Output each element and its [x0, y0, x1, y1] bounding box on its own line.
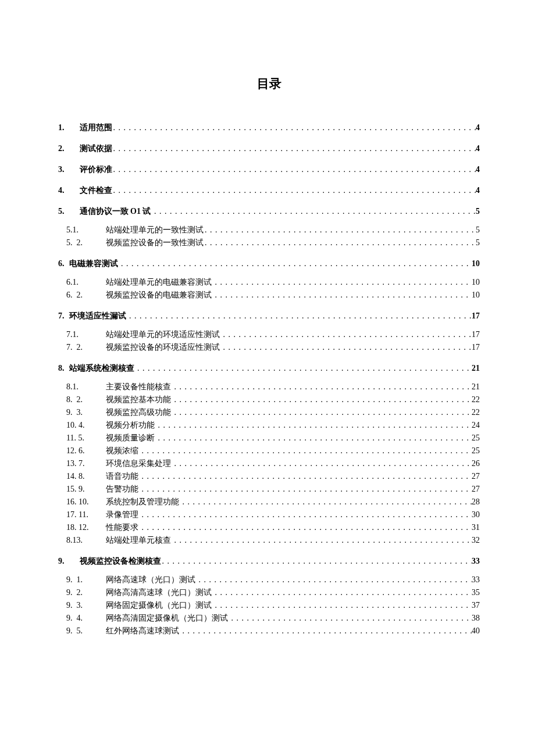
toc-text: 网络高清高速球（光口）测试	[106, 589, 214, 597]
toc-page-number: 4	[476, 145, 480, 153]
toc-leader	[157, 421, 472, 429]
toc-text: 网络固定摄像机（光口）测试	[106, 601, 214, 610]
toc-number: 8. 2.	[66, 396, 106, 404]
toc-text: 文件检查	[80, 187, 112, 195]
toc-leader	[120, 260, 472, 268]
toc-number: 12. 6.	[66, 447, 106, 455]
toc-page-number: 27	[472, 472, 480, 481]
toc-page-number: 21	[472, 364, 480, 372]
toc-leader	[181, 627, 472, 635]
toc-entry: 7. 2.视频监控设备的环境适应性测试 17	[58, 343, 480, 352]
toc-text: 通信协议一致 O1 试	[80, 207, 153, 216]
toc-leader	[112, 166, 476, 174]
toc-entry: 8.13.站端处理单元核查 32	[58, 536, 480, 544]
toc-number: 15. 9.	[66, 485, 106, 493]
toc-text: 性能要求	[106, 524, 141, 532]
toc-page-number: 10	[472, 260, 480, 268]
toc-page-number: 25	[472, 447, 480, 455]
toc-entry: 11. 5.视频质量诊断 25	[58, 434, 480, 442]
toc-leader	[173, 409, 472, 417]
toc-text: 环境适应性漏试	[69, 312, 129, 320]
toc-entry: 10. 4.视频分析功能 24	[58, 421, 480, 429]
toc-leader	[112, 124, 476, 132]
toc-entry: 7.环境适应性漏试 17	[58, 312, 480, 320]
toc-number: 2.	[58, 145, 80, 153]
toc-page-number: 17	[472, 312, 480, 320]
toc-text: 站端处理单元核查	[106, 536, 173, 544]
toc-text: 电磁兼容测试	[69, 260, 120, 268]
toc-text: 告警功能	[106, 485, 141, 493]
toc-page-number: 30	[472, 511, 480, 519]
toc-entry: 6. 2.视频监控设备的电磁兼容测试 10	[58, 291, 480, 299]
toc-number: 9. 3.	[66, 601, 106, 610]
toc-number: 3.	[58, 166, 80, 174]
toc-leader	[141, 472, 472, 481]
toc-entry: 9. 3.网络固定摄像机（光口）测试 37	[58, 601, 480, 610]
toc-entry: 8. 2.视频监控基本功能 22	[58, 396, 480, 404]
toc-leader	[136, 364, 472, 372]
toc-entry: 5.1.站端处理单元的一致性测试5	[58, 226, 480, 234]
toc-page-number: 27	[472, 485, 480, 493]
toc-page-number: 37	[472, 601, 480, 610]
toc-number: 17. 11.	[66, 511, 106, 519]
toc-leader	[112, 145, 476, 153]
toc-number: 8.1.	[66, 383, 106, 391]
toc-leader	[222, 343, 472, 352]
toc-page-number: 4	[476, 187, 480, 195]
toc-leader	[214, 291, 472, 299]
toc-page-number: 4	[476, 166, 480, 174]
toc-entry: 9. 1.网络高速球（光口）测试 33	[58, 576, 480, 584]
toc-number: 1.	[58, 124, 80, 132]
toc-entry: 18. 12.性能要求 31	[58, 524, 480, 532]
toc-leader	[214, 589, 472, 597]
toc-number: 6. 2.	[66, 291, 106, 299]
toc-entry: 5.通信协议一致 O1 试 5	[58, 207, 480, 216]
toc-leader	[157, 434, 472, 442]
toc-entry: 17. 11.录像管理 30	[58, 511, 480, 519]
toc-entry: 16. 10.系统控制及管理功能 28	[58, 498, 480, 506]
toc-leader	[230, 614, 472, 622]
toc-entry: 5. 2.视频监控设备的一致性测试5	[58, 239, 480, 247]
toc-number: 6.	[58, 260, 69, 268]
toc-entry: 1.适用范围4	[58, 124, 480, 132]
toc-entry: 8.站端系统检测核查 21	[58, 364, 480, 372]
toc-leader	[153, 207, 476, 216]
toc-page-number: 10	[472, 291, 480, 299]
toc-text: 录像管理	[106, 511, 141, 519]
toc-text: 环境信息采集处理	[106, 460, 173, 468]
toc-leader	[141, 485, 472, 493]
toc-text: 系统控制及管理功能	[106, 498, 181, 506]
toc-text: 适用范围	[80, 124, 112, 132]
toc-page-number: 26	[472, 460, 480, 468]
toc-text: 站端系统检测核查	[69, 364, 137, 372]
toc-text: 语音功能	[106, 472, 141, 481]
toc-leader	[161, 557, 472, 565]
toc-leader	[173, 383, 472, 391]
toc-leader	[112, 187, 476, 195]
toc-leader	[128, 312, 472, 320]
toc-number: 9. 2.	[66, 589, 106, 597]
toc-leader	[214, 601, 472, 610]
toc-entry: 12. 6.视频浓缩 25	[58, 447, 480, 455]
toc-leader	[173, 460, 472, 468]
toc-number: 9. 4.	[66, 614, 106, 622]
toc-entry: 9. 3.视频监控高级功能 22	[58, 409, 480, 417]
toc-number: 6.1.	[66, 278, 106, 286]
toc-number: 8.	[58, 364, 69, 372]
table-of-contents: 1.适用范围42.测试依据43.评价标准44.文件检查45.通信协议一致 O1 …	[58, 124, 480, 635]
toc-number: 7.1.	[66, 331, 106, 339]
toc-leader	[141, 524, 472, 532]
toc-text: 视频浓缩	[106, 447, 141, 455]
toc-leader	[173, 536, 472, 544]
toc-page-number: 5	[476, 239, 480, 247]
toc-text: 网络高清固定摄像机（光口）测试	[106, 614, 230, 622]
toc-text: 网络高速球（光口）测试	[106, 576, 198, 584]
toc-page-number: 21	[472, 383, 480, 391]
toc-number: 5. 2.	[66, 239, 106, 247]
toc-number: 10. 4.	[66, 421, 106, 429]
toc-page-number: 28	[472, 498, 480, 506]
toc-page-number: 5	[476, 226, 480, 234]
toc-entry: 15. 9.告警功能 27	[58, 485, 480, 493]
toc-page-number: 17	[472, 343, 480, 352]
toc-text: 视频分析功能	[106, 421, 157, 429]
